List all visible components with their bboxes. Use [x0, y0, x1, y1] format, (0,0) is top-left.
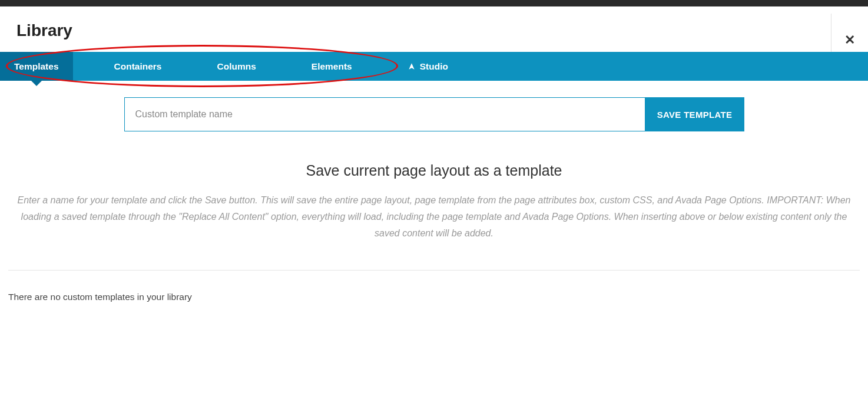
tab-label: Studio — [420, 61, 448, 72]
save-template-button[interactable]: Save Template — [645, 97, 744, 131]
tab-label: Columns — [217, 61, 256, 72]
studio-icon — [408, 62, 416, 71]
section-heading: Save current page layout as a template — [0, 162, 868, 179]
library-header: Library ✕ — [0, 6, 868, 52]
tab-label: Templates — [14, 61, 59, 72]
tab-studio[interactable]: Studio — [393, 52, 462, 81]
section-description: Enter a name for your template and click… — [11, 192, 857, 242]
tab-label: Elements — [312, 61, 352, 72]
template-name-input[interactable] — [124, 97, 645, 131]
tab-elements[interactable]: Elements — [297, 52, 366, 81]
top-bar — [0, 0, 868, 6]
tab-templates[interactable]: Templates — [0, 52, 73, 81]
empty-library-message: There are no custom templates in your li… — [0, 271, 868, 302]
tab-columns[interactable]: Columns — [203, 52, 270, 81]
page-title: Library — [16, 21, 72, 40]
save-template-form: Save Template — [0, 81, 868, 131]
library-nav: Templates Containers Columns Elements St… — [0, 52, 868, 81]
tab-label: Containers — [114, 61, 162, 72]
close-icon[interactable]: ✕ — [841, 29, 859, 51]
tab-containers[interactable]: Containers — [100, 52, 176, 81]
